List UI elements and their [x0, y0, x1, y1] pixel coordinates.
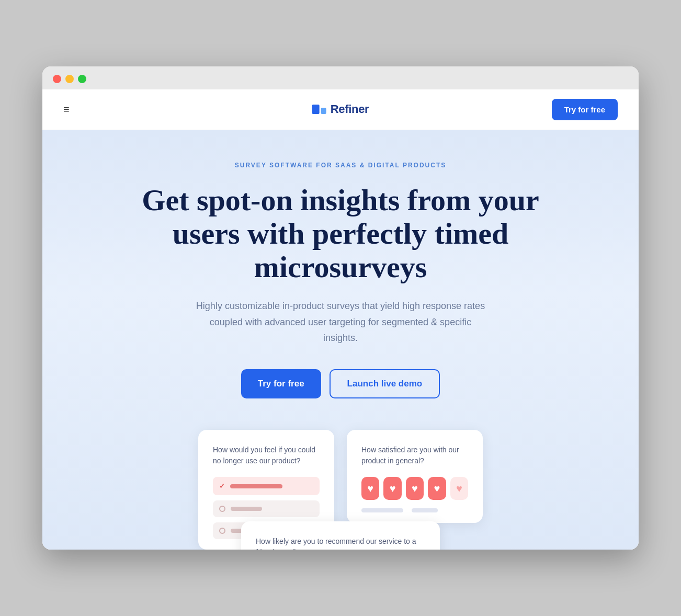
- pmf-dot-2: [219, 506, 225, 512]
- heart-icon-3: ♥: [412, 483, 418, 495]
- heart-5[interactable]: ♥: [450, 477, 468, 500]
- navbar: ≡ Refiner Try for free: [42, 89, 639, 130]
- pmf-question: How would you feel if you could no longe…: [213, 444, 320, 466]
- hero-buttons: Try for free Launch live demo: [63, 369, 618, 398]
- pmf-bar-1: [230, 484, 282, 488]
- pmf-bar-2: [231, 507, 262, 511]
- satisfaction-card: How satisfied are you with our product i…: [347, 430, 483, 523]
- hero-try-free-button[interactable]: Try for free: [241, 369, 321, 398]
- browser-dots: [53, 75, 628, 83]
- dot-yellow[interactable]: [65, 75, 74, 83]
- check-icon: ✓: [219, 482, 225, 490]
- survey-cards-row: How would you feel if you could no longe…: [63, 430, 618, 550]
- heart-1[interactable]: ♥: [361, 477, 379, 500]
- sat-label-bar-1: [361, 508, 403, 512]
- hero-title: Get spot-on insights from your users wit…: [126, 184, 555, 283]
- heart-icon-1: ♥: [367, 483, 373, 495]
- pmf-option-2[interactable]: [213, 500, 320, 517]
- hero-demo-button[interactable]: Launch live demo: [330, 369, 440, 398]
- heart-icon-5: ♥: [456, 483, 462, 495]
- pmf-option-selected[interactable]: ✓: [213, 477, 320, 495]
- nps-question: How likely are you to recommend our serv…: [256, 536, 425, 550]
- satisfaction-labels: [361, 508, 468, 512]
- nav-left: ≡: [63, 104, 70, 115]
- hero-subtitle: Highly customizable in-product surveys t…: [194, 298, 487, 346]
- browser-chrome: [42, 66, 639, 89]
- heart-icon-4: ♥: [434, 483, 440, 495]
- hero-eyebrow: SURVEY SOFTWARE FOR SAAS & DIGITAL PRODU…: [63, 162, 618, 169]
- browser-content: ≡ Refiner Try for free SURVEY SOFTWARE F…: [42, 89, 639, 550]
- nav-try-free-button[interactable]: Try for free: [552, 99, 618, 120]
- dot-green[interactable]: [78, 75, 86, 83]
- logo-square-small: [321, 108, 326, 114]
- heart-3[interactable]: ♥: [406, 477, 424, 500]
- sat-label-bar-2: [412, 508, 438, 512]
- heart-icon-2: ♥: [390, 483, 396, 495]
- heart-2[interactable]: ♥: [383, 477, 401, 500]
- logo-icon: [312, 105, 326, 114]
- hero-section: SURVEY SOFTWARE FOR SAAS & DIGITAL PRODU…: [42, 130, 639, 550]
- logo[interactable]: Refiner: [312, 102, 369, 116]
- pmf-dot-3: [219, 528, 225, 534]
- nps-card: How likely are you to recommend our serv…: [241, 521, 440, 550]
- hamburger-icon[interactable]: ≡: [63, 104, 70, 115]
- browser-window: ≡ Refiner Try for free SURVEY SOFTWARE F…: [42, 66, 639, 550]
- satisfaction-hearts: ♥ ♥ ♥ ♥ ♥: [361, 477, 468, 500]
- logo-text: Refiner: [331, 102, 369, 116]
- satisfaction-question: How satisfied are you with our product i…: [361, 444, 468, 466]
- dot-red[interactable]: [53, 75, 61, 83]
- logo-square-big: [312, 105, 320, 114]
- heart-4[interactable]: ♥: [428, 477, 446, 500]
